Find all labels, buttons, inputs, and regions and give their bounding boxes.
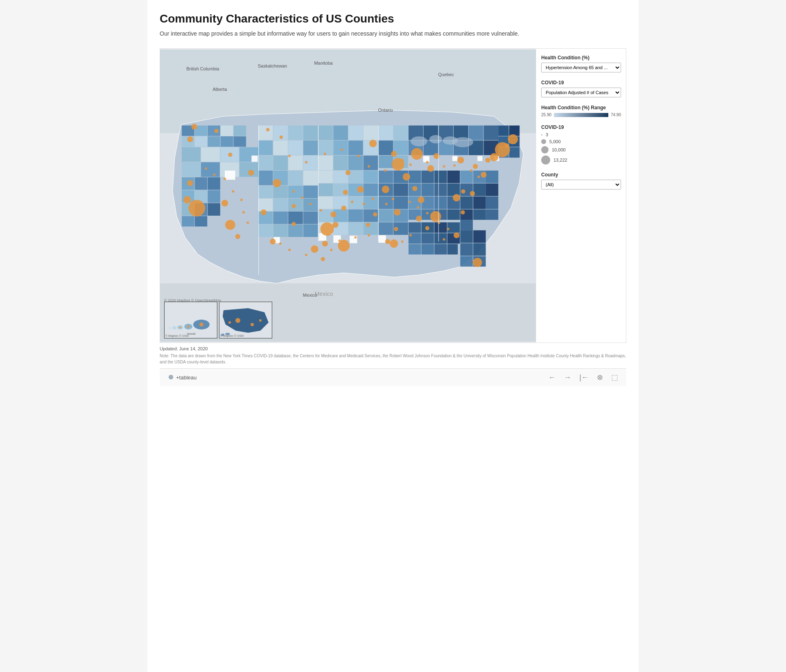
svg-rect-104 [486,196,499,209]
svg-rect-22 [239,162,258,177]
nav-start-button[interactable]: |← [579,373,589,382]
svg-point-321 [251,323,254,326]
svg-rect-97 [486,183,499,196]
legend-circle-medium [541,146,549,153]
svg-point-248 [266,128,269,131]
svg-point-198 [473,258,482,267]
svg-point-217 [192,124,197,130]
county-label: County [541,172,621,178]
svg-point-220 [248,170,254,176]
svg-point-323 [228,321,231,324]
svg-point-218 [183,196,191,203]
svg-rect-59 [333,156,348,170]
svg-rect-48 [288,171,303,185]
nav-forward-button[interactable]: → [564,373,571,382]
svg-point-213 [454,232,459,238]
svg-point-286 [447,228,449,230]
svg-rect-174 [473,230,486,243]
svg-point-294 [305,254,307,256]
svg-rect-40 [288,140,303,155]
county-dropdown[interactable]: (All) [541,180,621,189]
svg-point-236 [461,210,465,214]
svg-rect-60 [348,156,363,170]
legend-label-10000: 10,000 [552,147,566,152]
svg-rect-91 [447,183,460,196]
svg-point-261 [426,161,429,163]
svg-point-296 [279,242,282,245]
page-container: Community Characteristics of US Counties… [147,0,639,672]
svg-rect-56 [348,140,363,155]
share-button[interactable]: ⊗ [597,373,603,382]
svg-rect-92 [460,171,473,183]
svg-rect-102 [460,196,473,209]
svg-rect-44 [288,156,303,170]
range-bar [554,113,608,117]
svg-point-225 [473,164,478,169]
health-condition-section: Health Condition (%) Hypertension Among … [541,55,621,72]
svg-rect-36 [288,126,303,140]
svg-point-257 [368,165,370,168]
svg-point-271 [242,211,245,214]
svg-rect-183 [378,235,386,243]
svg-rect-110 [473,210,486,220]
svg-point-245 [322,241,328,246]
legend-circle-small [541,139,546,144]
svg-rect-28 [208,190,220,203]
svg-rect-79 [509,126,520,136]
svg-rect-84 [409,171,421,183]
covid19-dropdown[interactable]: Population Adjusted # of Cases [541,88,621,97]
svg-point-275 [309,203,312,205]
updated-text: Updated: June 14, 2020 [160,346,626,351]
svg-point-278 [363,203,365,205]
svg-rect-74 [469,126,483,140]
svg-rect-154 [348,222,363,235]
svg-rect-51 [333,126,348,140]
svg-point-262 [443,165,445,168]
svg-rect-90 [434,183,447,196]
svg-rect-25 [208,177,220,190]
svg-rect-120 [318,183,333,196]
svg-rect-143 [303,224,318,237]
svg-point-281 [392,198,394,200]
svg-point-291 [354,236,357,239]
svg-point-259 [401,159,404,161]
health-range-section: Health Condition (%) Range 25.90 74.90 [541,105,621,117]
svg-rect-127 [364,196,378,209]
svg-point-234 [343,190,348,195]
svg-point-312 [199,322,203,327]
svg-point-251 [215,129,219,133]
svg-rect-53 [364,126,378,140]
svg-text:Mexico: Mexico [314,291,333,297]
svg-rect-116 [378,156,393,168]
note-section: Updated: June 14, 2020 Note: The data ar… [160,343,626,368]
svg-point-226 [486,158,490,162]
svg-point-210 [382,186,389,193]
svg-point-206 [457,157,464,163]
health-condition-dropdown[interactable]: Hypertension Among 65 and ... [541,63,621,72]
svg-point-293 [330,249,332,251]
svg-rect-33 [195,216,208,227]
svg-rect-46 [258,171,273,185]
svg-rect-140 [258,224,273,237]
svg-rect-123 [364,183,378,196]
map-copyright: © 2020 Mapbox © OpenStreetMap [164,298,221,302]
svg-point-231 [330,212,336,217]
svg-point-267 [213,174,216,176]
legend-label-3: 3 [546,132,548,137]
note-text: Note: The data are drawn from the New Yo… [160,353,626,365]
svg-point-289 [401,240,404,243]
svg-rect-176 [473,243,486,256]
nav-back-button[interactable]: ← [548,373,556,382]
svg-rect-83 [509,147,520,158]
svg-point-322 [259,319,262,322]
svg-rect-128 [258,186,273,198]
svg-rect-61 [364,156,378,170]
svg-rect-180 [251,156,257,162]
svg-rect-20 [201,162,220,177]
download-button[interactable]: ⬚ [611,373,618,382]
svg-point-283 [417,206,419,209]
svg-point-240 [385,239,390,244]
svg-point-227 [505,144,509,148]
svg-rect-134 [288,198,303,211]
covid19-section: COVID-19 Population Adjusted # of Cases [541,80,621,97]
